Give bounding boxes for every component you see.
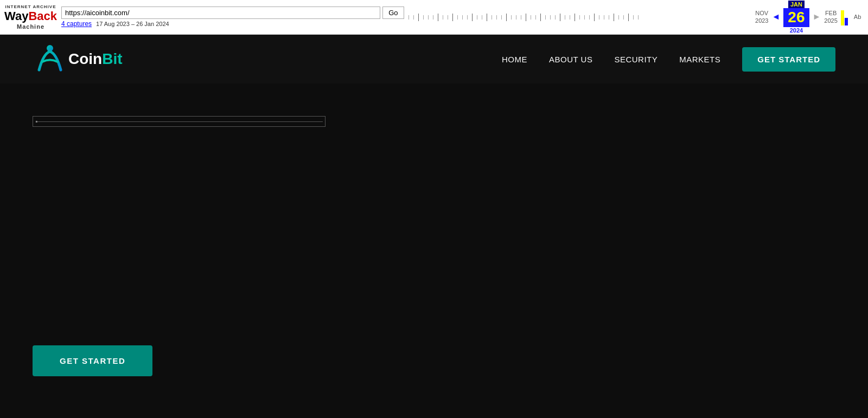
internet-archive-label: INTERNET ARCHIVE [5, 4, 56, 9]
wayback-toolbar: INTERNET ARCHIVE WayBack Machine Go 4 ca… [0, 0, 868, 35]
site-nav: CoinBit HOME ABOUT US SECURITY MARKETS G… [0, 35, 868, 83]
wayback-month-feb: FEB [825, 10, 837, 16]
wayback-day-badge: 26 [783, 8, 809, 27]
wayback-url-bar: Go [61, 7, 404, 19]
wayback-next-arrow[interactable]: ► [813, 12, 821, 22]
nav-link-home[interactable]: HOME [502, 55, 527, 64]
site-wrapper: CoinBit HOME ABOUT US SECURITY MARKETS G… [0, 35, 868, 418]
wayback-calendar-ticks [409, 7, 751, 28]
logo-icon [33, 43, 65, 75]
logo-text: CoinBit [68, 50, 123, 68]
wayback-way: Way [4, 9, 28, 23]
nav-link-about[interactable]: ABOUT US [549, 55, 592, 64]
wayback-about-label[interactable]: Ab [854, 14, 861, 20]
logo-coin: Coin [68, 50, 102, 67]
wayback-month-nov: NOV [755, 10, 768, 16]
logo-area: CoinBit [33, 43, 123, 75]
nav-link-security[interactable]: SECURITY [614, 55, 658, 64]
wayback-captures-link[interactable]: 4 captures [61, 20, 92, 28]
nav-links: HOME ABOUT US SECURITY MARKETS GET START… [502, 47, 835, 72]
wayback-logo: INTERNET ARCHIVE WayBack Machine [4, 4, 57, 30]
hero-image [33, 116, 326, 127]
wayback-prev-arrow[interactable]: ◄ [772, 12, 781, 22]
wayback-go-button[interactable]: Go [382, 7, 404, 19]
wayback-url-input[interactable] [61, 7, 380, 19]
hero-section: GET STARTED [0, 83, 868, 398]
wayback-year-2025: 2025 [824, 17, 837, 24]
wayback-back: Back [28, 9, 57, 23]
logo-bit: Bit [102, 50, 122, 67]
wayback-date-range: 17 Aug 2023 – 26 Jan 2024 [96, 21, 169, 27]
wayback-url-area: Go 4 captures 17 Aug 2023 – 26 Jan 2024 [61, 7, 404, 28]
wayback-right-panel: NOV 2023 ◄ JAN 26 2024 ► FEB 2025 Ab [755, 1, 864, 34]
wayback-year-2024: 2024 [790, 27, 803, 34]
hero-cta-area: GET STARTED [33, 345, 835, 376]
wayback-month-jan: JAN [788, 1, 805, 8]
wayback-bar-chart [841, 8, 851, 25]
wayback-year-2023: 2023 [755, 17, 768, 24]
nav-get-started-button[interactable]: GET STARTED [742, 47, 835, 72]
wayback-machine-label: Machine [17, 23, 44, 30]
nav-link-markets[interactable]: MARKETS [679, 55, 720, 64]
hero-image-line [37, 121, 323, 122]
hero-get-started-button[interactable]: GET STARTED [33, 345, 152, 376]
